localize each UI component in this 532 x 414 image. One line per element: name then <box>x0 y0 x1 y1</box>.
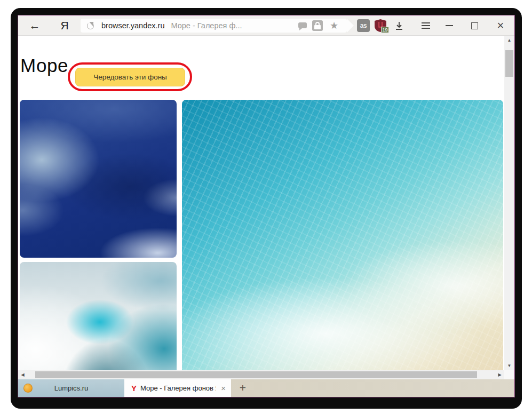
scrollbar-corner <box>504 370 514 379</box>
tab-bar: Lumpics.ru Y Море - Галерея фонов Я × + <box>18 379 514 397</box>
rotate-backgrounds-button[interactable]: Чередовать эти фоны <box>75 68 185 86</box>
horizontal-scrollbar-thumb[interactable] <box>35 371 477 378</box>
scroll-down-arrow-icon[interactable]: ▼ <box>504 361 514 370</box>
address-bar[interactable]: browser.yandex.ru Море - Галерея ф... ★ <box>81 19 347 33</box>
yandex-favicon: Y <box>131 384 137 393</box>
download-icon[interactable] <box>393 20 405 31</box>
tab-bar-empty-area: + <box>231 379 514 397</box>
content-area: Море Чередовать эти фоны ▲ ▼ <box>18 36 514 370</box>
tab-gallery-active[interactable]: Y Море - Галерея фонов Я × <box>124 379 231 397</box>
browser-toolbar: ← Я browser.yandex.ru Море - Галерея ф..… <box>18 15 514 36</box>
gallery-image-turquoise-water-sandy-beach[interactable] <box>182 100 503 370</box>
adblock-extension-icon[interactable]: 19 <box>374 19 387 33</box>
minimize-button[interactable] <box>443 20 456 31</box>
new-tab-button[interactable]: + <box>235 380 250 395</box>
lock-body <box>314 25 321 29</box>
lumpics-favicon <box>23 384 33 393</box>
reload-icon[interactable] <box>87 22 94 29</box>
vertical-scrollbar[interactable]: ▲ ▼ <box>504 36 514 370</box>
page-title-text: Море - Галерея ф... <box>171 21 242 30</box>
bookmark-star-icon[interactable]: ★ <box>328 19 340 32</box>
maximize-button[interactable] <box>468 20 481 31</box>
back-icon[interactable]: ← <box>26 18 44 34</box>
lock-icon[interactable] <box>312 20 323 31</box>
browser-window: ← Я browser.yandex.ru Море - Галерея ф..… <box>18 15 515 397</box>
tab-label: Море - Галерея фонов Я <box>140 384 216 392</box>
close-window-button[interactable]: × <box>494 19 507 32</box>
horizontal-scrollbar[interactable]: ◀ ▶ <box>18 370 514 379</box>
tab-lumpics[interactable]: Lumpics.ru <box>18 379 124 397</box>
extension-badge: 19 <box>381 27 389 33</box>
scroll-right-arrow-icon[interactable]: ▶ <box>495 370 504 379</box>
page-title: Море <box>20 55 68 76</box>
tab-label: Lumpics.ru <box>54 384 89 392</box>
yandex-logo-button[interactable]: Я <box>57 18 73 34</box>
scroll-up-arrow-icon[interactable]: ▲ <box>504 36 514 45</box>
gallery-image-white-crashing-wave[interactable] <box>20 262 177 370</box>
horizontal-scrollbar-track[interactable] <box>27 370 495 379</box>
lastfm-extension-icon[interactable]: as <box>357 19 370 32</box>
screenshot-window-frame: ← Я browser.yandex.ru Море - Галерея ф..… <box>11 8 522 409</box>
menu-hamburger-icon[interactable] <box>419 20 432 31</box>
scroll-left-arrow-icon[interactable]: ◀ <box>18 370 27 379</box>
vertical-scrollbar-thumb[interactable] <box>505 50 513 77</box>
url-text: browser.yandex.ru <box>101 21 164 30</box>
tab-close-icon[interactable]: × <box>220 384 227 393</box>
gallery-image-dark-blue-ocean-water[interactable] <box>20 100 177 258</box>
page-viewport: Море Чередовать эти фоны <box>18 36 504 370</box>
comment-icon[interactable] <box>298 22 307 28</box>
